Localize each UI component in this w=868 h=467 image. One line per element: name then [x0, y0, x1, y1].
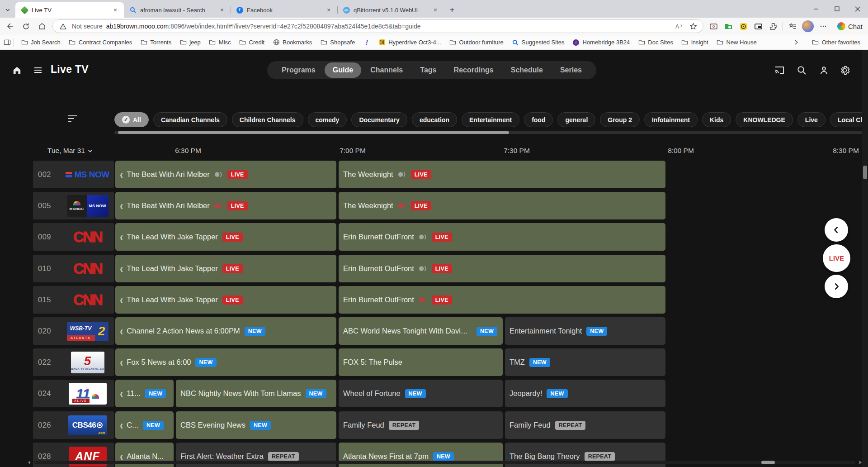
tab-close-icon[interactable]: ✕ [431, 6, 439, 14]
program-cell[interactable]: ‹11...NEW [115, 380, 174, 407]
tab-guide[interactable]: Guide [325, 62, 361, 78]
pip-icon[interactable] [753, 21, 764, 32]
bookmarks-overflow-chevron-icon[interactable] [793, 39, 800, 46]
tab-recordings[interactable]: Recordings [446, 62, 502, 78]
extensions-puzzle-icon[interactable] [768, 21, 778, 32]
filter-chip[interactable]: general [557, 112, 595, 127]
channel-header-cell[interactable]: 026CBS46.com [33, 411, 114, 439]
program-cell[interactable]: Erin Burnett OutFrontLIVE [339, 255, 665, 282]
bookmark-item[interactable]: )))Hyperdrive Oct3-4... [374, 37, 445, 48]
read-aloud-icon[interactable]: A [673, 21, 684, 32]
program-cell[interactable]: Family FeudREPEAT [505, 411, 665, 439]
back-icon[interactable] [3, 19, 16, 33]
program-cell[interactable]: Wheel of FortuneNEW [339, 380, 503, 407]
bookmark-item[interactable]: jeep [175, 37, 205, 48]
tab-active[interactable]: Live TV✕ [15, 2, 124, 18]
program-cell[interactable]: CBS Evening NewsNEW [176, 411, 336, 439]
filter-chip[interactable]: Infotainment [644, 112, 698, 127]
tab-search-chevron-icon[interactable] [0, 2, 15, 18]
tab-close-icon[interactable]: ✕ [218, 6, 226, 14]
program-cell[interactable]: ‹The Beat With Ari MelberLIVE [115, 161, 336, 188]
program-cell[interactable]: Jeopardy!NEW [505, 380, 665, 407]
bookmark-item[interactable]: Bookmarks [269, 37, 316, 48]
collections-icon[interactable] [787, 21, 798, 32]
ellipsis-icon[interactable] [818, 21, 829, 32]
tab-schedule[interactable]: Schedule [503, 62, 551, 78]
bookmark-item[interactable]: New House [712, 37, 761, 48]
channel-header-cell[interactable]: 005MSNBCMS NOW [33, 192, 114, 219]
close-window-button[interactable] [847, 0, 868, 18]
bookmark-item[interactable]: ⌂Homebridge 3B24 [568, 37, 634, 48]
bookmark-item[interactable]: Doc Sites [634, 37, 677, 48]
bookmark-item[interactable]: Job Search [17, 37, 65, 48]
home-icon[interactable] [35, 19, 49, 33]
tab-inactive[interactable]: qbqBittorrent v5.1.0 WebUI✕ [337, 2, 444, 18]
hamburger-menu-icon[interactable] [32, 64, 44, 76]
program-cell[interactable]: ABC World News Tonight With David M...NE… [339, 317, 503, 345]
copilot-chat-button[interactable]: Chat [833, 20, 867, 32]
search-icon[interactable] [796, 64, 807, 76]
tab-inactive[interactable]: fFacebook✕ [231, 2, 337, 18]
filter-chip[interactable]: education [412, 112, 457, 127]
bookmark-item[interactable]: insight [677, 37, 712, 48]
bookmark-item[interactable]: Credit [235, 37, 269, 48]
program-cell[interactable]: The WeeknightLIVE [339, 161, 665, 188]
tab-channels[interactable]: Channels [362, 62, 411, 78]
favorite-star-icon[interactable] [688, 21, 698, 32]
program-cell[interactable]: ‹The Lead With Jake TapperLIVE [115, 255, 336, 282]
refresh-icon[interactable] [19, 19, 33, 33]
channel-header-cell[interactable]: 009CNN [33, 223, 114, 251]
address-bar[interactable]: Not secure ab19brown.mooo.com:8096/web/i… [52, 19, 703, 33]
program-cell[interactable]: FOX 5: The Pulse [339, 348, 503, 376]
bookmark-item[interactable]: Misc [205, 37, 235, 48]
folder-extension-icon[interactable] [723, 21, 734, 32]
bookmark-item[interactable]: Outdoor furniture [445, 37, 508, 48]
vertical-scrollbar[interactable] [862, 50, 868, 467]
bookmark-item[interactable]: Suggested Sites [508, 37, 569, 48]
program-cell[interactable]: ‹Fox 5 News at 6:00NEW [115, 348, 336, 376]
program-cell[interactable]: Entertainment TonightNEW [505, 317, 665, 345]
cast-icon[interactable] [774, 64, 785, 76]
channel-header-cell[interactable]: 010CNN [33, 255, 114, 282]
filter-chip[interactable]: KNOWLEDGE [736, 112, 793, 127]
screenshot-icon[interactable] [708, 21, 719, 32]
channel-header-cell[interactable]: 020WSB-TVATLANTA2 [33, 317, 114, 345]
tab-series[interactable]: Series [552, 62, 590, 78]
bookmark-item[interactable]: Shopsafe [316, 37, 359, 48]
user-icon[interactable] [818, 64, 830, 76]
tab-close-icon[interactable]: ✕ [111, 6, 119, 14]
filter-chip[interactable]: comedy [308, 112, 347, 127]
program-cell[interactable]: Erin Burnett OutFrontLIVE [339, 286, 665, 314]
program-cell[interactable]: ‹The Lead With Jake TapperLIVE [115, 223, 336, 251]
filter-chip[interactable]: Children Channels [232, 112, 303, 127]
program-cell[interactable]: NBC Nightly News With Tom LlamasNEW [176, 380, 336, 407]
minimize-button[interactable] [806, 0, 826, 18]
program-cell[interactable]: TMZNEW [505, 348, 665, 376]
profile-avatar[interactable] [802, 20, 814, 32]
tab-close-icon[interactable]: ✕ [325, 6, 333, 14]
program-cell[interactable]: ‹C...NEW [115, 411, 174, 439]
horizontal-scrollbar[interactable] [27, 459, 863, 466]
program-cell[interactable]: ‹The Beat With Ari MelberLIVE [115, 192, 336, 219]
guide-prev-button[interactable] [825, 218, 848, 242]
horizontal-scrollbar-thumb[interactable] [761, 461, 775, 464]
filter-chip[interactable]: Kids [702, 112, 731, 127]
filter-chip[interactable]: Canadian Channels [153, 112, 227, 127]
channel-header-cell[interactable]: 02411ALIVE [33, 380, 114, 407]
program-cell[interactable]: Family FeudREPEAT [339, 411, 503, 439]
channel-header-cell[interactable]: 0225WAGA-TV ATLANTA, GA [33, 348, 114, 376]
program-cell[interactable]: ‹Channel 2 Action News at 6:00PMNEW [115, 317, 336, 345]
horizontal-scrollbar-track[interactable] [34, 461, 855, 464]
filter-chip[interactable]: Entertainment [462, 112, 519, 127]
sort-icon[interactable] [67, 114, 78, 124]
filter-chip[interactable]: Live [797, 112, 826, 127]
other-favorites-button[interactable]: Other favorites [808, 37, 864, 48]
bookmark-item[interactable]: ! [359, 37, 374, 48]
tab-programs[interactable]: Programs [274, 62, 324, 78]
guide-live-button[interactable]: LIVE [823, 244, 850, 272]
program-cell[interactable]: Erin Burnett OutFrontLIVE [339, 223, 665, 251]
date-selector[interactable]: Tue, Mar 31 [47, 147, 93, 155]
bookmark-item[interactable]: Contract Companies [65, 37, 137, 48]
tab-inactive[interactable]: afroman lawsuit - Search✕ [124, 2, 231, 18]
program-cell[interactable]: The WeeknightLIVE [339, 192, 665, 219]
